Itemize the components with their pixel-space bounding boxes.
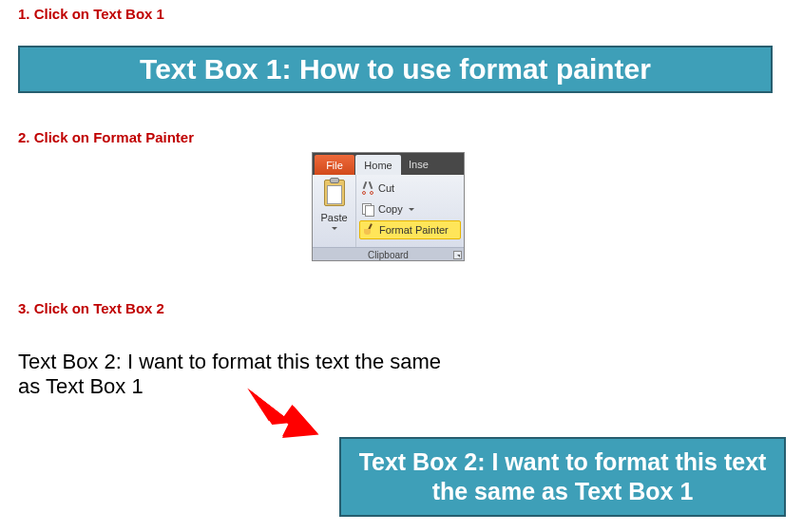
ribbon-group-label: Clipboard	[313, 248, 464, 261]
paste-button[interactable]: Paste	[313, 175, 356, 247]
paste-label: Paste	[320, 212, 347, 223]
copy-button[interactable]: Copy	[359, 200, 461, 218]
paste-icon	[321, 178, 348, 210]
cut-label: Cut	[378, 182, 394, 194]
ribbon-clipboard-screenshot: File Home Inse Paste Cut Copy	[312, 152, 465, 261]
tab-home[interactable]: Home	[355, 155, 401, 175]
tab-insert[interactable]: Inse	[401, 153, 464, 175]
scissors-icon	[361, 181, 374, 195]
step-1-label: 1. Click on Text Box 1	[18, 6, 164, 22]
step-2-label: 2. Click on Format Painter	[18, 129, 194, 145]
paste-dropdown-icon[interactable]	[332, 227, 337, 230]
clipboard-commands: Cut Copy Format Painter	[356, 175, 464, 247]
ribbon-tab-strip: File Home Inse	[313, 153, 464, 175]
cut-button[interactable]: Cut	[359, 179, 461, 198]
tab-file[interactable]: File	[315, 155, 354, 175]
text-box-1[interactable]: Text Box 1: How to use format painter	[18, 46, 773, 93]
format-painter-label: Format Painter	[379, 224, 449, 236]
chevron-down-icon	[409, 208, 414, 211]
red-arrow-icon	[239, 385, 325, 451]
text-box-2-before[interactable]: Text Box 2: I want to format this text t…	[18, 350, 455, 399]
copy-label: Copy	[378, 203, 403, 215]
format-painter-button[interactable]: Format Painter	[359, 220, 461, 239]
paintbrush-icon	[362, 223, 375, 237]
dialog-launcher-icon[interactable]	[453, 251, 462, 259]
text-box-2-after[interactable]: Text Box 2: I want to format this text t…	[339, 437, 786, 517]
ribbon-body: Paste Cut Copy Format Painter	[313, 175, 464, 248]
svg-marker-18	[249, 390, 289, 425]
step-3-label: 3. Click on Text Box 2	[18, 300, 164, 316]
copy-icon	[361, 202, 374, 216]
svg-marker-15	[249, 390, 317, 436]
clipboard-group-text: Clipboard	[368, 250, 409, 260]
